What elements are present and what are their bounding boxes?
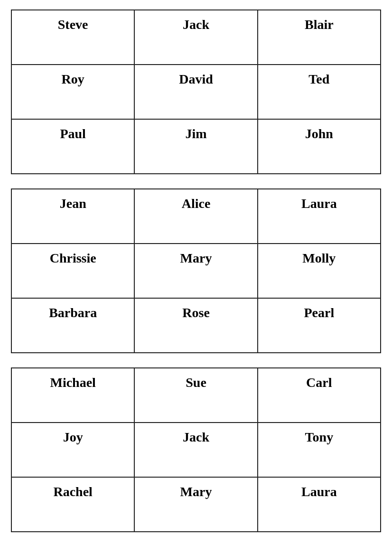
name-cell: Carl <box>258 368 381 423</box>
name-cell: Rachel <box>11 477 134 532</box>
name-cell: Joy <box>11 423 134 477</box>
name-grid-1: SteveJackBlairRoyDavidTedPaulJimJohn <box>11 9 381 174</box>
name-cell: Sue <box>134 368 257 423</box>
name-cell: Barbara <box>11 298 134 353</box>
name-grid-3: MichaelSueCarlJoyJackTonyRachelMaryLaura <box>11 367 381 532</box>
table-row: PaulJimJohn <box>11 119 381 174</box>
tables-container: SteveJackBlairRoyDavidTedPaulJimJohnJean… <box>11 9 381 532</box>
table-row: JoyJackTony <box>11 423 381 477</box>
name-cell: Blair <box>258 10 381 65</box>
name-cell: David <box>134 65 257 119</box>
name-cell: Steve <box>11 10 134 65</box>
name-cell: Alice <box>134 189 257 244</box>
name-cell: Roy <box>11 65 134 119</box>
name-cell: Chrissie <box>11 244 134 298</box>
name-cell: Paul <box>11 119 134 174</box>
name-cell: Jim <box>134 119 257 174</box>
name-cell: Ted <box>258 65 381 119</box>
name-cell: Mary <box>134 477 257 532</box>
table-row: JeanAliceLaura <box>11 189 381 244</box>
name-cell: Molly <box>258 244 381 298</box>
table-row: RoyDavidTed <box>11 65 381 119</box>
name-cell: Laura <box>258 477 381 532</box>
name-cell: Mary <box>134 244 257 298</box>
table-row: MichaelSueCarl <box>11 368 381 423</box>
name-cell: Jack <box>134 423 257 477</box>
name-cell: Tony <box>258 423 381 477</box>
table-row: ChrissieMaryMolly <box>11 244 381 298</box>
name-cell: John <box>258 119 381 174</box>
name-cell: Laura <box>258 189 381 244</box>
name-cell: Jack <box>134 10 257 65</box>
name-cell: Michael <box>11 368 134 423</box>
name-cell: Rose <box>134 298 257 353</box>
table-row: RachelMaryLaura <box>11 477 381 532</box>
table-row: BarbaraRosePearl <box>11 298 381 353</box>
name-cell: Pearl <box>258 298 381 353</box>
name-grid-2: JeanAliceLauraChrissieMaryMollyBarbaraRo… <box>11 188 381 353</box>
table-row: SteveJackBlair <box>11 10 381 65</box>
name-cell: Jean <box>11 189 134 244</box>
